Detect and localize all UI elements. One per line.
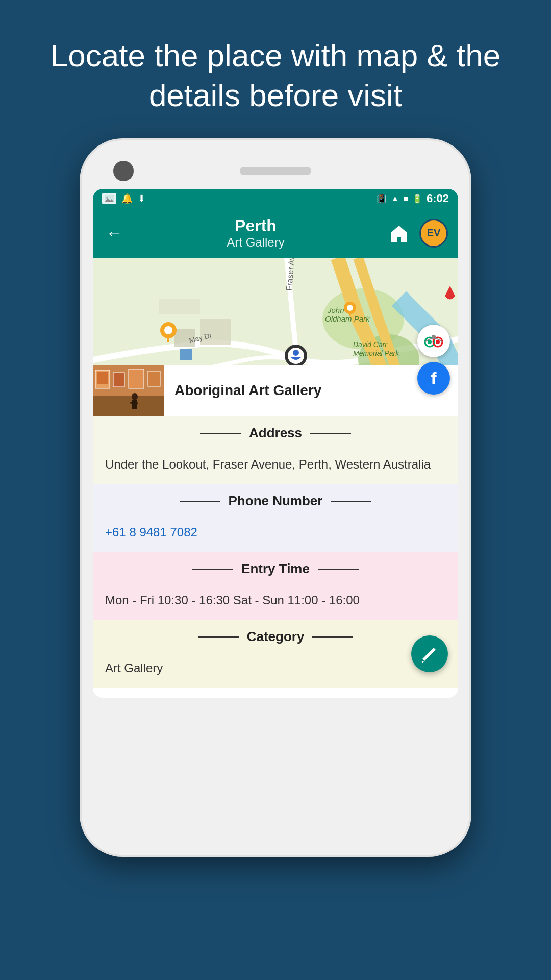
phone-number-link[interactable]: +61 8 9481 7082 bbox=[105, 525, 197, 539]
svg-rect-29 bbox=[148, 371, 160, 386]
map-card-title: Aboriginal Art Gallery bbox=[164, 382, 458, 399]
svg-text:Memorial Park: Memorial Park bbox=[353, 349, 399, 357]
status-bar: 🔔 ⬇ 📳 ▲ ■ 🔋 6:02 bbox=[93, 189, 458, 208]
phone-speaker bbox=[240, 167, 311, 175]
svg-point-37 bbox=[436, 340, 440, 344]
entry-time-section: Entry Time Mon - Fri 10:30 - 16:30 Sat -… bbox=[93, 552, 458, 620]
address-section: Address Under the Lookout, Fraser Avenue… bbox=[93, 416, 458, 484]
ev-badge[interactable]: EV bbox=[419, 219, 448, 248]
category-section: Category Art Gallery bbox=[93, 620, 458, 688]
phone-line-right bbox=[331, 501, 371, 502]
battery-icon: 🔋 bbox=[412, 194, 422, 204]
map-card: Aboriginal Art Gallery bbox=[93, 365, 458, 416]
phone-camera bbox=[113, 161, 134, 181]
entry-line-left bbox=[192, 569, 233, 570]
facebook-icon: f bbox=[431, 369, 436, 388]
download-icon: ⬇ bbox=[138, 193, 145, 204]
svg-point-19 bbox=[347, 305, 353, 311]
back-button[interactable]: ← bbox=[103, 220, 126, 246]
svg-rect-9 bbox=[180, 349, 192, 360]
svg-rect-26 bbox=[97, 372, 108, 384]
svg-point-36 bbox=[428, 340, 432, 344]
address-header: Address bbox=[93, 416, 458, 450]
header-line-left bbox=[200, 433, 241, 434]
category-header: Category bbox=[93, 620, 458, 654]
address-label: Address bbox=[249, 425, 302, 441]
time-display: 6:02 bbox=[427, 192, 449, 205]
svg-rect-24 bbox=[93, 396, 164, 416]
phone-label: Phone Number bbox=[229, 493, 323, 509]
category-label: Category bbox=[247, 629, 305, 645]
app-bar-subtitle: Art Gallery bbox=[126, 235, 386, 250]
entry-time-header: Entry Time bbox=[93, 552, 458, 586]
app-bar-actions: EV bbox=[386, 219, 448, 248]
category-content: Art Gallery bbox=[93, 654, 458, 688]
app-bar-center: Perth Art Gallery bbox=[126, 216, 386, 250]
entry-time-content: Mon - Fri 10:30 - 16:30 Sat - Sun 11:00 … bbox=[93, 586, 458, 620]
map-area: Fraser Ave May Dr John Oldham Park David… bbox=[93, 258, 458, 416]
cat-line-left bbox=[198, 636, 239, 638]
svg-text:John: John bbox=[327, 306, 344, 314]
hero-title: Locate the place with map & the details … bbox=[0, 0, 551, 140]
tripadvisor-button[interactable] bbox=[417, 325, 450, 357]
entry-line-right bbox=[318, 569, 359, 570]
phone-content[interactable]: +61 8 9481 7082 bbox=[93, 518, 458, 552]
gallery-thumbnail bbox=[93, 365, 164, 416]
facebook-button[interactable]: f bbox=[417, 362, 450, 395]
svg-point-38 bbox=[432, 335, 436, 339]
phone-header: Phone Number bbox=[93, 484, 458, 518]
svg-text:Oldham Park: Oldham Park bbox=[325, 314, 370, 323]
phone-line-left bbox=[180, 501, 220, 502]
signal-icon: ■ bbox=[403, 194, 408, 203]
address-content: Under the Lookout, Fraser Avenue, Perth,… bbox=[93, 450, 458, 484]
home-button[interactable] bbox=[386, 220, 412, 247]
phone-notch bbox=[93, 156, 458, 189]
svg-point-30 bbox=[132, 393, 138, 400]
notification-icon: 🔔 bbox=[121, 193, 133, 204]
phone-section: Phone Number +61 8 9481 7082 bbox=[93, 484, 458, 552]
phone-screen: 🔔 ⬇ 📳 ▲ ■ 🔋 6:02 ← Perth Art Gallery bbox=[93, 189, 458, 698]
app-bar: ← Perth Art Gallery EV bbox=[93, 208, 458, 258]
svg-rect-28 bbox=[129, 369, 144, 388]
status-right: 📳 ▲ ■ 🔋 6:02 bbox=[377, 192, 449, 205]
edit-fab-button[interactable] bbox=[411, 635, 448, 672]
vibrate-icon: 📳 bbox=[377, 194, 387, 204]
svg-point-22 bbox=[293, 350, 299, 356]
phone-frame: 🔔 ⬇ 📳 ▲ ■ 🔋 6:02 ← Perth Art Gallery bbox=[82, 140, 469, 855]
wifi-icon: ▲ bbox=[391, 194, 399, 203]
phone-bottom-nav bbox=[93, 698, 458, 713]
status-left-icons: 🔔 ⬇ bbox=[102, 193, 145, 204]
svg-point-17 bbox=[164, 326, 172, 334]
header-line-right bbox=[310, 433, 351, 434]
svg-point-2 bbox=[106, 197, 108, 199]
entry-time-label: Entry Time bbox=[241, 561, 310, 577]
svg-rect-8 bbox=[159, 299, 200, 314]
cat-line-right bbox=[312, 636, 353, 638]
image-icon bbox=[102, 193, 116, 204]
svg-rect-27 bbox=[113, 373, 124, 387]
app-bar-title: Perth bbox=[126, 216, 386, 235]
svg-text:David Carr: David Carr bbox=[353, 340, 388, 349]
